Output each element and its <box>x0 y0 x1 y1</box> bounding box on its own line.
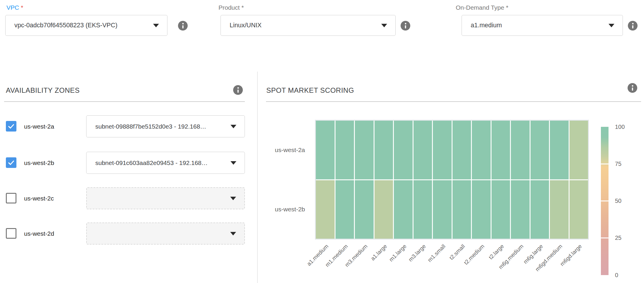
x-axis-label-a1.large: a1.large <box>370 243 388 262</box>
subnet-select-us-west-2c <box>86 187 245 209</box>
product-required-mark: * <box>241 4 244 11</box>
zone-row-us-west-2d: us-west-2d <box>0 223 257 245</box>
zone-row-us-west-2a: us-west-2asubnet-09888f7be5152d0e3 - 192… <box>0 115 257 137</box>
product-select-value: Linux/UNIX <box>221 22 381 29</box>
heatmap-cell-us-west-2b-a1.medium[interactable] <box>316 180 335 239</box>
check-icon <box>7 122 16 131</box>
zone-checkbox-us-west-2a[interactable] <box>6 121 16 132</box>
on-demand-type-select[interactable]: a1.medium <box>462 15 623 36</box>
heatmap-cell-us-west-2a-m3.medium[interactable] <box>355 121 374 179</box>
legend-tick-label-50: 50 <box>615 197 621 205</box>
caret-down-icon <box>609 24 614 27</box>
caret-down-icon <box>231 125 236 128</box>
legend-tick-label-75: 75 <box>615 160 621 168</box>
info-icon[interactable] <box>178 21 188 31</box>
subnet-select-us-west-2b[interactable]: subnet-091c603aa82e09453 - 192.168… <box>86 152 245 174</box>
heatmap-cell-us-west-2a-t2.small[interactable] <box>453 121 471 179</box>
x-axis-label-t2.medium: t2.medium <box>463 243 486 266</box>
heatmap-cell-us-west-2b-m3.large[interactable] <box>413 180 432 239</box>
legend-tick-label-0: 0 <box>615 272 618 279</box>
on-demand-type-select-value: a1.medium <box>462 22 609 29</box>
spot-market-scoring-underline <box>266 101 641 102</box>
heatmap-cell-us-west-2b-m6g.large[interactable] <box>531 180 549 239</box>
heatmap-cell-us-west-2b-m6gd.large[interactable] <box>570 180 588 239</box>
x-axis-label-t2.small: t2.small <box>448 243 466 261</box>
availability-zones-title: AVAILABILITY ZONES <box>6 86 80 95</box>
heatmap-cell-us-west-2a-m1.small[interactable] <box>433 121 452 179</box>
heatmap-cell-us-west-2a-a1.medium[interactable] <box>316 121 335 179</box>
legend-tick-line <box>601 164 609 164</box>
zone-name-label: us-west-2d <box>24 230 54 237</box>
availability-zones-underline <box>4 101 245 102</box>
heatmap-cell-us-west-2b-t2.medium[interactable] <box>472 180 491 239</box>
heatmap-cell-us-west-2b-m1.medium[interactable] <box>335 180 354 239</box>
heatmap-cell-us-west-2b-t2.small[interactable] <box>453 180 471 239</box>
zone-checkbox-us-west-2d[interactable] <box>6 228 16 239</box>
heatmap-cell-us-west-2b-m6g.medium[interactable] <box>511 180 530 239</box>
vpc-label: VPC * <box>6 4 23 11</box>
product-select[interactable]: Linux/UNIX <box>221 15 396 36</box>
legend-tick-label-100: 100 <box>615 123 625 131</box>
heatmap-cell-us-west-2b-t2.large[interactable] <box>492 180 510 239</box>
product-label-text: Product <box>218 4 240 11</box>
y-axis-label-us-west-2a: us-west-2a <box>275 146 305 154</box>
zone-row-us-west-2c: us-west-2c <box>0 187 257 209</box>
caret-down-icon <box>231 161 236 165</box>
section-divider <box>257 72 258 283</box>
heatmap-cell-us-west-2a-m1.medium[interactable] <box>335 121 354 179</box>
x-axis-label-m1.small: m1.small <box>426 243 447 263</box>
subnet-select-value: subnet-09888f7be5152d0e3 - 192.168… <box>87 123 231 130</box>
x-axis-label-t2.large: t2.large <box>487 243 505 261</box>
heatmap-cell-us-west-2a-m3.large[interactable] <box>413 121 432 179</box>
on-demand-type-required-mark: * <box>506 4 508 11</box>
heatmap-cell-us-west-2a-a1.large[interactable] <box>374 121 393 179</box>
zone-checkbox-us-west-2c[interactable] <box>6 193 16 203</box>
subnet-select-value: subnet-091c603aa82e09453 - 192.168… <box>87 159 231 166</box>
heatmap-cell-us-west-2a-m1.large[interactable] <box>394 121 413 179</box>
spot-configuration-page: VPC * vpc-0adcb70f645508223 (EKS-VPC) Pr… <box>0 0 644 283</box>
subnet-select-us-west-2a[interactable]: subnet-09888f7be5152d0e3 - 192.168… <box>86 115 245 137</box>
info-icon[interactable] <box>401 21 410 31</box>
x-axis-label-m3.large: m3.large <box>407 243 427 263</box>
subnet-select-us-west-2d <box>86 223 245 245</box>
vpc-required-mark: * <box>21 4 23 11</box>
heatmap-cell-us-west-2b-m1.small[interactable] <box>433 180 452 239</box>
legend-tick-line <box>601 201 609 201</box>
caret-down-icon <box>230 232 236 235</box>
spot-market-scoring-title: SPOT MARKET SCORING <box>266 86 354 95</box>
info-icon[interactable] <box>233 85 243 95</box>
on-demand-type-label: On-Demand Type * <box>456 4 508 11</box>
zone-checkbox-us-west-2b[interactable] <box>6 157 16 168</box>
heatmap-color-legend <box>601 127 609 275</box>
heatmap-cell-us-west-2b-a1.large[interactable] <box>374 180 393 239</box>
x-axis-label-m1.large: m1.large <box>388 243 408 263</box>
product-label: Product * <box>218 4 244 11</box>
zone-name-label: us-west-2a <box>24 123 54 130</box>
vpc-select-value: vpc-0adcb70f645508223 (EKS-VPC) <box>6 22 153 29</box>
caret-down-icon <box>230 197 236 200</box>
check-icon <box>7 158 16 167</box>
legend-tick-line <box>601 237 609 238</box>
info-icon[interactable] <box>628 21 638 31</box>
heatmap-cell-us-west-2a-m6g.large[interactable] <box>531 121 549 179</box>
heatmap-cell-us-west-2a-t2.large[interactable] <box>492 121 510 179</box>
zone-name-label: us-west-2b <box>24 159 54 166</box>
heatmap-cell-us-west-2b-m6gd.medium[interactable] <box>550 180 569 239</box>
y-axis-label-us-west-2b: us-west-2b <box>275 205 305 213</box>
heatmap-cell-us-west-2a-m6g.medium[interactable] <box>511 121 530 179</box>
spot-scoring-heatmap <box>315 120 589 240</box>
heatmap-cell-us-west-2a-m6gd.large[interactable] <box>570 121 588 179</box>
heatmap-cell-us-west-2b-m3.medium[interactable] <box>355 180 374 239</box>
heatmap-cell-us-west-2b-m1.large[interactable] <box>394 180 413 239</box>
info-icon[interactable] <box>628 83 637 93</box>
caret-down-icon <box>153 24 159 27</box>
zone-name-label: us-west-2c <box>24 195 54 202</box>
caret-down-icon <box>381 24 387 27</box>
vpc-select[interactable]: vpc-0adcb70f645508223 (EKS-VPC) <box>5 15 167 36</box>
vpc-label-text: VPC <box>6 4 19 11</box>
zone-row-us-west-2b: us-west-2bsubnet-091c603aa82e09453 - 192… <box>0 152 257 174</box>
legend-tick-label-25: 25 <box>615 234 621 242</box>
on-demand-type-label-text: On-Demand Type <box>456 4 504 11</box>
heatmap-cell-us-west-2a-t2.medium[interactable] <box>472 121 491 179</box>
heatmap-cell-us-west-2a-m6gd.medium[interactable] <box>550 121 569 179</box>
